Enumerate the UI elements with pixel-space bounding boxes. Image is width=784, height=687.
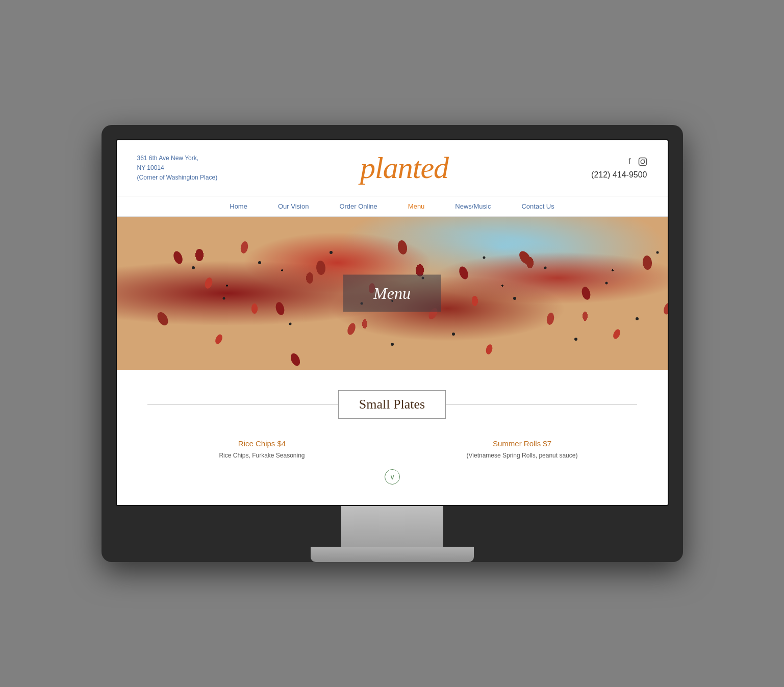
svg-point-13 <box>396 240 408 256</box>
scroll-chevron: ∨ <box>390 473 395 481</box>
svg-point-25 <box>258 261 261 264</box>
nav-order-online[interactable]: Order Online <box>339 202 377 210</box>
content-area: Small Plates Rice Chips $4 Rice Chips, F… <box>117 370 668 505</box>
nav-our-vision[interactable]: Our Vision <box>278 202 309 210</box>
monitor-stand <box>116 506 669 562</box>
menu-item-rice-chips-name: Rice Chips $4 <box>147 439 377 448</box>
nav-contact-us[interactable]: Contact Us <box>521 202 554 210</box>
svg-point-17 <box>517 249 533 266</box>
menu-item-rice-chips-desc: Rice Chips, Furkake Seasoning <box>147 452 377 459</box>
svg-point-5 <box>155 310 170 327</box>
svg-point-20 <box>612 328 621 340</box>
menu-item-summer-rolls-name: Summer Rolls $7 <box>408 439 637 448</box>
nav-news-music[interactable]: News/Music <box>455 202 491 210</box>
stand-neck <box>341 506 443 547</box>
svg-point-36 <box>605 282 608 285</box>
monitor: 361 6th Ave New York, NY 10014 (Corner o… <box>102 125 683 562</box>
monitor-screen: 361 6th Ave New York, NY 10014 (Corner o… <box>116 139 669 506</box>
menu-grid: Rice Chips $4 Rice Chips, Furkake Season… <box>147 439 637 459</box>
section-header: Small Plates <box>147 390 637 419</box>
stand-base <box>311 547 474 562</box>
svg-point-4 <box>204 277 213 290</box>
social-links: f <box>591 157 647 167</box>
facebook-icon[interactable]: f <box>621 157 631 167</box>
svg-point-7 <box>274 301 285 316</box>
address-line2: NY 10014 <box>137 163 218 173</box>
svg-point-34 <box>544 267 546 269</box>
section-title: Small Plates <box>359 397 425 412</box>
header-address: 361 6th Ave New York, NY 10014 (Corner o… <box>137 154 218 183</box>
hero-overlay: Menu <box>343 275 441 312</box>
svg-point-8 <box>214 333 223 345</box>
svg-rect-0 <box>639 158 646 165</box>
svg-point-15 <box>458 265 470 281</box>
hero-section: Menu <box>117 217 668 370</box>
address-line3: (Corner of Washington Place) <box>137 173 218 183</box>
svg-point-16 <box>485 344 493 355</box>
svg-point-26 <box>289 323 291 325</box>
section-line-left <box>147 404 338 405</box>
svg-point-1 <box>641 160 645 164</box>
menu-item-summer-rolls-desc: (Vietnamese Spring Rolls, peanut sauce) <box>408 452 637 459</box>
svg-point-38 <box>656 251 659 254</box>
svg-point-18 <box>546 312 555 325</box>
svg-point-32 <box>483 257 485 259</box>
nav-menu[interactable]: Menu <box>408 202 425 210</box>
header-right: f (212) 414-9500 <box>591 157 647 180</box>
svg-point-29 <box>391 343 394 346</box>
nav-home[interactable]: Home <box>230 202 247 210</box>
svg-point-31 <box>452 333 455 336</box>
website: 361 6th Ave New York, NY 10014 (Corner o… <box>117 140 668 505</box>
svg-point-9 <box>315 260 325 275</box>
section-line-right <box>446 404 637 405</box>
svg-point-22 <box>662 301 668 315</box>
svg-point-27 <box>330 251 333 254</box>
menu-item-summer-rolls: Summer Rolls $7 (Vietnamese Spring Rolls… <box>408 439 637 459</box>
site-logo[interactable]: planted <box>360 150 448 186</box>
svg-point-35 <box>574 338 577 341</box>
section-title-box: Small Plates <box>338 390 446 419</box>
svg-point-3 <box>172 250 184 265</box>
svg-point-37 <box>636 317 639 320</box>
phone-number: (212) 414-9500 <box>591 170 647 180</box>
svg-point-23 <box>192 266 195 269</box>
svg-point-19 <box>580 286 591 300</box>
main-nav: Home Our Vision Order Online Menu News/M… <box>117 196 668 217</box>
svg-point-2 <box>644 159 645 160</box>
svg-point-33 <box>513 297 516 300</box>
address-line1: 361 6th Ave New York, <box>137 154 218 163</box>
svg-point-10 <box>346 322 357 336</box>
svg-point-11 <box>289 352 301 367</box>
svg-point-24 <box>222 297 225 300</box>
instagram-icon[interactable] <box>637 157 647 167</box>
svg-point-6 <box>240 241 249 254</box>
header: 361 6th Ave New York, NY 10014 (Corner o… <box>117 140 668 196</box>
menu-item-rice-chips: Rice Chips $4 Rice Chips, Furkake Season… <box>147 439 377 459</box>
svg-point-21 <box>642 255 652 270</box>
scroll-down-icon[interactable]: ∨ <box>385 469 400 485</box>
scroll-icon-container: ∨ <box>147 469 637 490</box>
hero-title: Menu <box>373 284 411 302</box>
